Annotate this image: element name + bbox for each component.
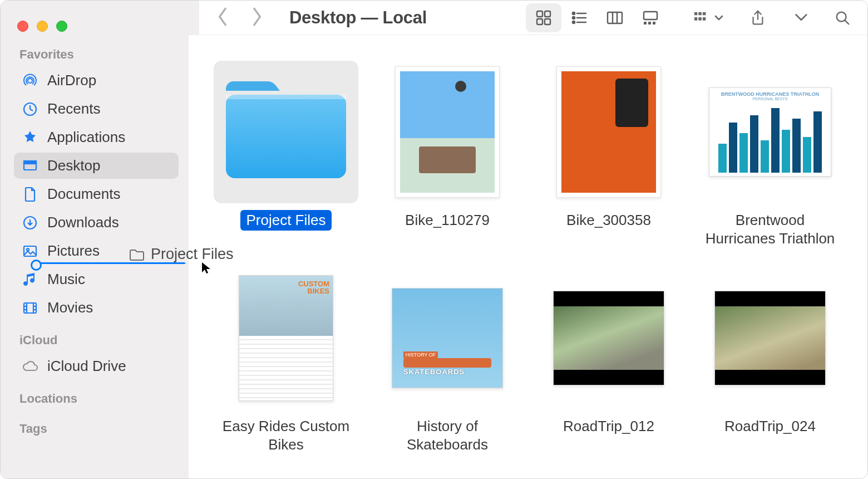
document-icon bbox=[22, 186, 38, 203]
sidebar-item-label: AirDrop bbox=[47, 72, 96, 89]
sidebar-item-label: Pictures bbox=[47, 242, 100, 260]
image-thumbnail bbox=[395, 66, 500, 198]
file-thumbnail: HISTORY OF bbox=[375, 267, 520, 409]
sidebar-header-icloud: iCloud bbox=[19, 333, 173, 348]
file-label: History of Skateboards bbox=[375, 416, 520, 454]
svg-rect-40 bbox=[226, 95, 346, 99]
view-gallery-button[interactable] bbox=[633, 3, 668, 32]
traffic-lights bbox=[17, 21, 67, 32]
sidebar-item-movies[interactable]: Movies bbox=[14, 295, 179, 321]
svg-point-4 bbox=[573, 12, 575, 14]
sidebar-item-icloud-drive[interactable]: iCloud Drive bbox=[14, 353, 179, 379]
svg-rect-0 bbox=[537, 11, 542, 17]
svg-rect-20 bbox=[694, 17, 698, 21]
document-thumbnail bbox=[239, 275, 333, 401]
sidebar-item-recents[interactable]: Recents bbox=[14, 96, 179, 122]
nav-arrows bbox=[216, 5, 264, 31]
file-thumbnail bbox=[375, 61, 520, 203]
file-thumbnail bbox=[698, 267, 842, 409]
window-body: Favorites AirDrop Recents Applications D… bbox=[1, 35, 867, 478]
window-zoom-button[interactable] bbox=[56, 21, 67, 32]
forward-button[interactable] bbox=[249, 5, 264, 31]
svg-point-6 bbox=[573, 17, 575, 19]
video-thumbnail bbox=[553, 291, 664, 385]
file-label: RoadTrip_024 bbox=[719, 416, 821, 437]
svg-rect-39 bbox=[226, 95, 346, 178]
file-label: Bike_300358 bbox=[561, 210, 657, 231]
svg-rect-17 bbox=[694, 12, 698, 15]
view-list-button[interactable] bbox=[561, 3, 597, 32]
svg-rect-30 bbox=[24, 246, 36, 256]
group-by-button[interactable] bbox=[693, 9, 724, 26]
document-thumbnail: BRENTWOOD HURRICANES TRIATHLON PERSONAL … bbox=[709, 87, 831, 177]
sidebar-item-desktop[interactable]: Desktop bbox=[14, 153, 179, 179]
svg-rect-3 bbox=[545, 19, 550, 25]
desktop-icon bbox=[22, 158, 38, 174]
sidebar-item-airdrop[interactable]: AirDrop bbox=[14, 67, 179, 94]
file-label: Easy Rides Custom Bikes bbox=[214, 416, 358, 454]
chevron-down-icon bbox=[714, 13, 724, 23]
svg-rect-19 bbox=[703, 12, 706, 15]
file-item[interactable]: Bike_110279 bbox=[375, 61, 520, 231]
svg-point-31 bbox=[27, 248, 29, 251]
sidebar-header-locations: Locations bbox=[19, 392, 173, 406]
file-item[interactable]: BRENTWOOD HURRICANES TRIATHLON PERSONAL … bbox=[698, 61, 842, 248]
image-thumbnail bbox=[556, 66, 661, 198]
svg-rect-21 bbox=[698, 17, 702, 21]
svg-rect-16 bbox=[653, 22, 655, 25]
file-thumbnail bbox=[536, 267, 681, 409]
video-thumbnail bbox=[714, 291, 826, 385]
window-title: Desktop — Local bbox=[289, 8, 427, 28]
file-label: Project Files bbox=[240, 210, 331, 231]
file-item[interactable]: Easy Rides Custom Bikes bbox=[214, 267, 358, 454]
file-grid: Project Files Bike_110279 Bike_300358 BR… bbox=[189, 35, 867, 478]
applications-icon bbox=[22, 129, 38, 146]
back-button[interactable] bbox=[216, 5, 230, 31]
sidebar-item-documents[interactable]: Documents bbox=[14, 181, 179, 207]
movies-icon bbox=[22, 300, 38, 316]
window-minimize-button[interactable] bbox=[37, 21, 48, 32]
sidebar-item-applications[interactable]: Applications bbox=[14, 124, 179, 150]
svg-rect-10 bbox=[608, 12, 622, 23]
file-item[interactable]: RoadTrip_012 bbox=[536, 267, 681, 437]
search-button[interactable] bbox=[834, 9, 851, 26]
file-thumbnail bbox=[536, 61, 681, 203]
sidebar-item-downloads[interactable]: Downloads bbox=[14, 209, 179, 236]
folder-icon bbox=[219, 79, 353, 185]
file-item[interactable]: Project Files bbox=[214, 61, 358, 231]
view-columns-button[interactable] bbox=[597, 3, 633, 32]
file-item[interactable]: HISTORY OF History of Skateboards bbox=[375, 267, 520, 454]
sidebar-item-label: Recents bbox=[47, 100, 100, 118]
svg-rect-28 bbox=[24, 161, 36, 164]
svg-rect-13 bbox=[644, 12, 657, 19]
sidebar: Favorites AirDrop Recents Applications D… bbox=[1, 35, 189, 478]
sidebar-item-label: Documents bbox=[47, 185, 121, 203]
window-close-button[interactable] bbox=[17, 21, 28, 32]
toolbar-actions bbox=[693, 9, 851, 26]
svg-rect-1 bbox=[545, 11, 550, 17]
pictures-icon bbox=[22, 243, 38, 260]
sidebar-item-label: Downloads bbox=[47, 214, 119, 231]
window-toolbar: Desktop — Local bbox=[1, 1, 867, 35]
downloads-icon bbox=[22, 214, 38, 231]
sidebar-header-tags: Tags bbox=[19, 422, 173, 436]
sidebar-item-music[interactable]: Music bbox=[14, 266, 179, 292]
view-switcher bbox=[526, 3, 668, 32]
file-item[interactable]: RoadTrip_024 bbox=[698, 267, 842, 437]
file-item[interactable]: Bike_300358 bbox=[536, 61, 681, 231]
airdrop-icon bbox=[22, 72, 38, 89]
clock-icon bbox=[22, 101, 38, 118]
file-thumbnail: BRENTWOOD HURRICANES TRIATHLON PERSONAL … bbox=[698, 61, 842, 203]
view-icons-button[interactable] bbox=[526, 3, 561, 32]
file-label: Brentwood Hurricanes Triathlon bbox=[698, 210, 842, 248]
sidebar-header-favorites: Favorites bbox=[19, 47, 173, 62]
svg-rect-14 bbox=[644, 22, 647, 25]
svg-rect-32 bbox=[24, 303, 36, 313]
sidebar-item-label: Movies bbox=[47, 299, 93, 316]
sidebar-item-label: Desktop bbox=[47, 157, 100, 174]
sidebar-item-label: iCloud Drive bbox=[47, 358, 126, 375]
svg-point-25 bbox=[28, 79, 32, 83]
more-toolbar-button[interactable] bbox=[792, 9, 808, 26]
share-button[interactable] bbox=[749, 9, 766, 26]
file-thumbnail bbox=[214, 61, 358, 203]
